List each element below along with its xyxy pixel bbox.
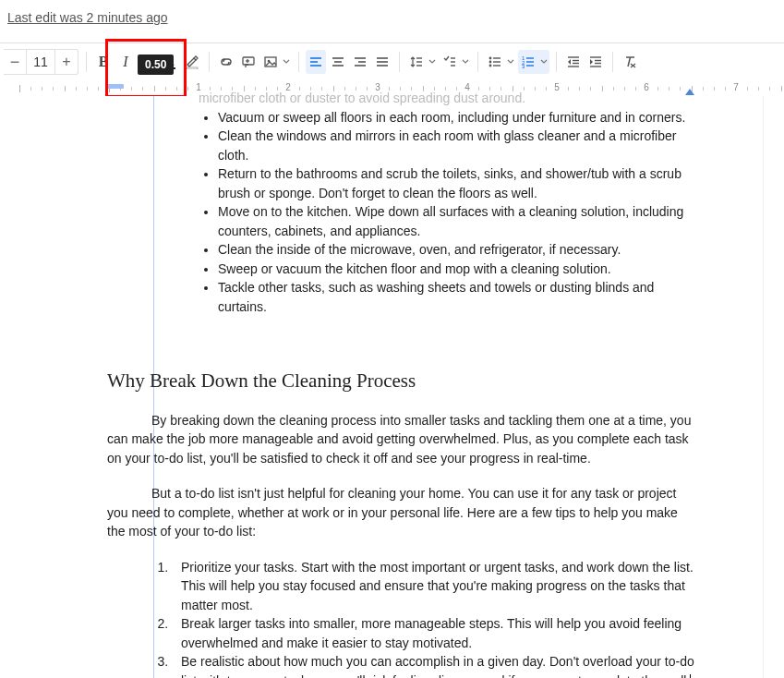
separator: [298, 52, 299, 72]
svg-rect-2: [187, 67, 198, 69]
list-item[interactable]: Break larger tasks into smaller, more ma…: [172, 614, 696, 652]
svg-text:3: 3: [522, 64, 525, 69]
chevron-down-icon: [283, 58, 290, 66]
document-page: microfiber cloth or duster to avoid spre…: [19, 96, 764, 678]
increase-indent-button[interactable]: [585, 50, 606, 74]
decrease-indent-button[interactable]: [563, 50, 584, 74]
list-item[interactable]: Be realistic about how much you can acco…: [172, 652, 696, 678]
list-item[interactable]: Clean the inside of the microwave, oven,…: [218, 240, 696, 260]
font-size-value[interactable]: 11: [26, 50, 55, 74]
bulleted-list: Vacuum or sweep all floors in each room,…: [107, 108, 696, 317]
document-body[interactable]: microfiber cloth or duster to avoid spre…: [107, 89, 696, 678]
numbered-list-button[interactable]: 123: [518, 50, 549, 74]
separator: [209, 52, 210, 72]
text-cursor: [690, 674, 691, 678]
list-item[interactable]: Clean the windows and mirrors in each ro…: [218, 127, 696, 164]
list-item[interactable]: Vacuum or sweep all floors in each room,…: [218, 108, 696, 127]
paragraph[interactable]: But a to-do list isn't just helpful for …: [107, 484, 696, 541]
font-size-group: − 11 +: [4, 49, 78, 75]
separator: [556, 52, 557, 72]
chevron-down-icon: [540, 58, 548, 66]
align-justify-button[interactable]: [372, 50, 392, 74]
bullet-continuation-text: microfiber cloth or duster to avoid spre…: [199, 89, 696, 108]
paragraph[interactable]: By breaking down the cleaning process in…: [107, 411, 696, 468]
insert-image-button[interactable]: [260, 50, 292, 74]
numbered-list: Prioritize your tasks. Start with the mo…: [107, 558, 696, 679]
list-item[interactable]: Tackle other tasks, such as washing shee…: [218, 278, 696, 316]
section-heading[interactable]: Why Break Down the Cleaning Process: [107, 371, 696, 391]
list-item[interactable]: Move on to the kitchen. Wipe down all su…: [218, 202, 696, 240]
list-item[interactable]: Return to the bathrooms and scrub the to…: [218, 164, 696, 202]
list-item[interactable]: Prioritize your tasks. Start with the mo…: [172, 558, 696, 615]
font-size-minus[interactable]: −: [4, 50, 26, 74]
separator: [477, 52, 478, 72]
svg-point-28: [489, 65, 492, 67]
insert-comment-button[interactable]: [238, 50, 259, 74]
header-divider: [0, 42, 784, 43]
bold-button[interactable]: B: [93, 50, 114, 74]
bulleted-list-button[interactable]: [485, 50, 516, 74]
chevron-down-icon: [507, 58, 514, 66]
chevron-down-icon: [462, 58, 469, 66]
separator: [612, 52, 613, 72]
svg-point-27: [489, 61, 492, 64]
svg-point-26: [489, 57, 492, 60]
font-size-plus[interactable]: +: [55, 50, 78, 74]
align-left-button[interactable]: [306, 50, 326, 74]
italic-button[interactable]: I: [115, 50, 136, 74]
chevron-down-icon: [428, 58, 436, 66]
separator: [86, 52, 87, 72]
clear-formatting-button[interactable]: [620, 50, 640, 74]
align-right-button[interactable]: [350, 50, 370, 74]
highlight-color-button[interactable]: [182, 50, 202, 74]
checklist-button[interactable]: [440, 50, 471, 74]
list-item[interactable]: Sweep or vacuum the kitchen floor and mo…: [218, 260, 696, 279]
line-spacing-button[interactable]: [406, 50, 438, 74]
last-edit-link[interactable]: Last edit was 2 minutes ago: [7, 10, 168, 25]
formatting-toolbar: − 11 + B I: [0, 46, 784, 78]
align-center-button[interactable]: [328, 50, 348, 74]
indent-tooltip: 0.50: [138, 54, 174, 75]
insert-link-button[interactable]: [216, 50, 236, 74]
separator: [399, 52, 400, 72]
